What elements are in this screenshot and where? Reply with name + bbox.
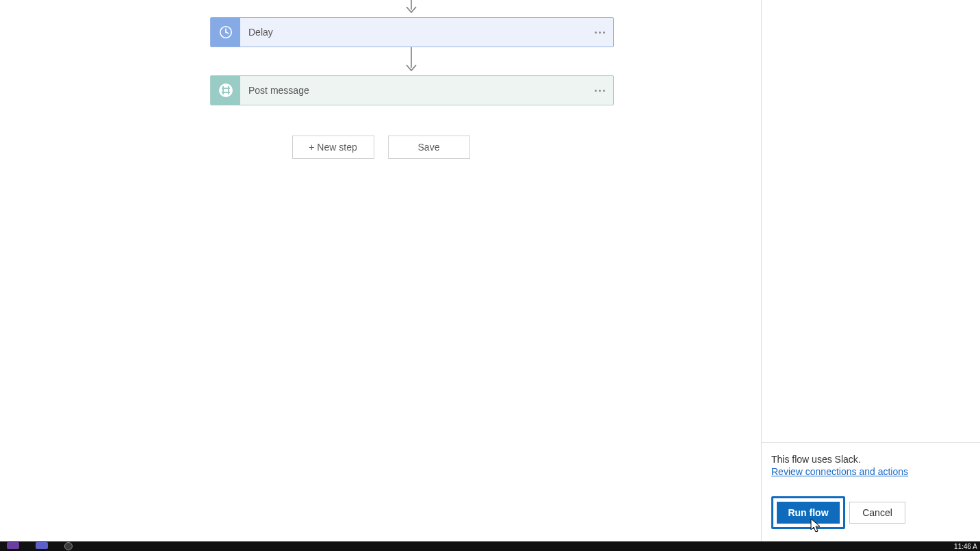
flow-arrow: [404, 0, 418, 16]
taskbar[interactable]: 11:46 A: [0, 541, 980, 551]
card-menu-button[interactable]: [586, 76, 613, 105]
cancel-button[interactable]: Cancel: [849, 502, 905, 524]
taskbar-app-icon[interactable]: [36, 542, 48, 549]
taskbar-apps: [0, 542, 73, 550]
clock-icon: [211, 18, 240, 47]
flow-card-delay[interactable]: Delay: [210, 17, 614, 47]
flow-canvas: Delay Post message + New step S: [0, 0, 762, 541]
run-flow-button[interactable]: Run flow: [777, 502, 840, 524]
save-button[interactable]: Save: [388, 136, 470, 159]
run-flow-focus-ring: Run flow: [771, 496, 845, 529]
flow-card-label: Post message: [240, 85, 586, 96]
run-flow-panel: This flow uses Slack. Review connections…: [762, 0, 980, 541]
review-connections-link[interactable]: Review connections and actions: [771, 466, 908, 477]
svg-line-3: [226, 32, 229, 34]
taskbar-app-icon[interactable]: [7, 542, 19, 549]
flow-card-post-message[interactable]: Post message: [210, 75, 614, 105]
taskbar-clock: 11:46 A: [954, 543, 980, 550]
flow-arrow: [404, 47, 418, 75]
run-flow-panel-body: [762, 0, 980, 442]
slack-hash-icon: [211, 76, 240, 105]
run-flow-panel-footer: This flow uses Slack. Review connections…: [762, 442, 980, 541]
taskbar-app-icon[interactable]: [64, 542, 73, 550]
svg-point-5: [219, 84, 233, 97]
new-step-button[interactable]: + New step: [292, 136, 374, 159]
card-menu-button[interactable]: [586, 18, 613, 47]
uses-connector-text: This flow uses Slack.: [771, 454, 970, 465]
panel-action-row: Run flow Cancel: [771, 496, 970, 529]
flow-footer-actions: + New step Save: [0, 136, 762, 159]
flow-card-label: Delay: [240, 27, 586, 38]
